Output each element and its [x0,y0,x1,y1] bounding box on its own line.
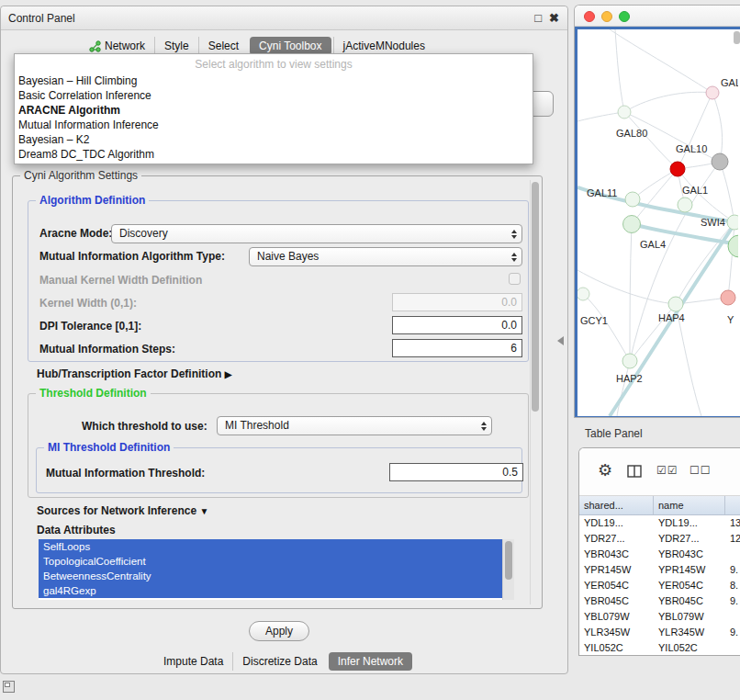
dropdown-item-basic-correlation[interactable]: Basic Correlation Inference [15,88,533,103]
dropdown-item-dream8[interactable]: Dream8 DC_TDC Algorithm [15,147,533,162]
cell[interactable]: 9. [725,593,740,609]
data-attributes-label: Data Attributes [37,524,116,536]
attribute-item-betweennesscentrality[interactable]: BetweennessCentrality [39,569,502,583]
network-window: GAL GAL80 GAL10 GAL11 GAL1 SWI4 GAL4 GCY… [574,5,740,418]
cell[interactable]: YIL052C [654,640,725,656]
hub-definition-toggle[interactable]: Hub/Transcription Factor Definition ▶ [37,367,231,381]
which-threshold-label: Which threshold to use: [82,420,207,433]
attributes-scrollbar[interactable] [502,539,514,600]
cell[interactable]: YBR043C [579,547,654,562]
tab-infer-network[interactable]: Infer Network [329,652,412,671]
network-scrollbar-thumb[interactable] [734,31,740,44]
zoom-traffic-light[interactable] [619,11,630,22]
attribute-item-topologicalcoefficient[interactable]: TopologicalCoefficient [39,554,502,569]
cell[interactable]: 13 [725,515,740,531]
columns-icon[interactable] [627,465,642,478]
cell[interactable]: YDR27... [654,531,725,547]
table-row[interactable]: YDL19... YDL19... 13 [579,515,740,531]
apply-button[interactable]: Apply [249,621,309,641]
sources-toggle[interactable]: Sources for Network Inference ▼ [37,504,208,518]
network-view[interactable]: GAL GAL80 GAL10 GAL11 GAL1 SWI4 GAL4 GCY… [575,27,740,418]
dropdown-item-bayesian-hill-climbing[interactable]: Bayesian – Hill Climbing [15,73,533,88]
tab-jactivemnodules[interactable]: jActiveMNodules [333,37,434,55]
close-traffic-light[interactable] [584,11,595,22]
manual-kernel-checkbox[interactable] [509,273,521,285]
table-row[interactable]: YPR145W YPR145W 9. [579,562,740,578]
column-header-name[interactable]: name [654,496,725,514]
window-title: Control Panel [8,12,75,25]
attribute-item-selfloops[interactable]: SelfLoops [39,539,502,554]
dropdown-item-mutual-information[interactable]: Mutual Information Inference [15,118,533,132]
tab-cyni-toolbox[interactable]: Cyni Toolbox [250,37,331,55]
cell[interactable]: YBR045C [579,593,654,609]
table-row[interactable]: YER054C YER054C 8. [579,578,740,593]
cell[interactable]: YIL052C [579,640,654,656]
cell[interactable] [725,547,740,562]
cell[interactable]: YBR045C [654,593,725,609]
mi-steps-field[interactable]: 6 [392,339,522,357]
cell[interactable] [725,640,740,656]
table-row[interactable]: YIL052C YIL052C [579,640,740,656]
tab-network[interactable]: Network [80,37,154,55]
select-all-icon[interactable]: ☑☑ [656,464,678,477]
cell[interactable]: 8. [725,578,740,593]
manual-kernel-label: Manual Kernel Width Definition [39,274,202,287]
column-header-extra[interactable] [725,496,740,514]
cell[interactable]: YPR145W [654,562,725,578]
tab-network-label: Network [105,40,145,52]
dropdown-item-aracne[interactable]: ARACNE Algorithm [15,103,533,118]
bottom-tabbar: Impute Data Discretize Data Infer Networ… [1,650,567,672]
table-row[interactable]: YBR043C YBR043C [579,547,740,562]
mi-type-combobox[interactable]: Naive Bayes [249,247,522,266]
tab-discretize-data[interactable]: Discretize Data [232,652,326,671]
cell[interactable] [725,609,740,625]
cell[interactable]: 9. [725,562,740,578]
which-threshold-combobox[interactable]: MI Threshold [217,416,492,435]
minimize-traffic-light[interactable] [601,11,612,22]
cell[interactable]: YER054C [579,578,654,593]
cell[interactable]: YDL19... [654,515,725,531]
close-window-button[interactable]: ✖ [549,11,559,25]
network-canvas[interactable]: GAL GAL80 GAL10 GAL11 GAL1 SWI4 GAL4 GCY… [577,29,738,416]
cell[interactable]: YPR145W [579,562,654,578]
node-label: GAL80 [616,128,647,139]
sources-label: Sources for Network Inference [37,504,196,517]
aracne-mode-combobox[interactable]: Discovery [111,224,522,243]
cell[interactable]: 9. [725,625,740,640]
kernel-width-field[interactable]: 0.0 [392,293,522,311]
table-row[interactable]: YDR27... YDR27... 12 [579,531,740,547]
deselect-all-icon[interactable]: ☐☐ [690,464,712,477]
attributes-scrollbar-thumb[interactable] [505,541,512,580]
settings-scrollbar[interactable] [530,180,540,604]
splitter-collapse-icon[interactable] [557,336,564,345]
tab-impute-data[interactable]: Impute Data [154,652,232,671]
which-threshold-value: MI Threshold [225,419,289,432]
cell[interactable]: YDL19... [579,515,654,531]
mi-threshold-field[interactable]: 0.5 [389,463,523,481]
dropdown-item-bayesian-k2[interactable]: Bayesian – K2 [15,132,533,147]
tab-select[interactable]: Select [198,37,248,55]
cell[interactable]: YDR27... [579,531,654,547]
settings-scrollbar-thumb[interactable] [532,182,539,412]
cell[interactable]: YBL079W [579,609,654,625]
tab-style[interactable]: Style [154,37,198,55]
table-row[interactable]: YBL079W YBL079W [579,609,740,625]
table-row[interactable]: YBR045C YBR045C 9. [579,593,740,609]
table-row[interactable]: YLR345W YLR345W 9. [579,625,740,640]
aracne-mode-value: Discovery [119,227,168,240]
cell[interactable]: YLR345W [579,625,654,640]
cell[interactable]: YER054C [654,578,725,593]
network-node [678,198,692,212]
network-window-titlebar [575,6,740,27]
float-window-button[interactable]: □ [534,11,542,25]
restore-panel-icon[interactable] [3,681,15,693]
cell[interactable]: YBR043C [654,547,725,562]
network-node [728,235,738,257]
attribute-item-gal4rgexp[interactable]: gal4RGexp [39,583,502,598]
column-header-shared-name[interactable]: shared... [579,496,654,514]
cell[interactable]: YBL079W [654,609,725,625]
gear-icon[interactable]: ⚙ [598,460,612,480]
dpi-tolerance-field[interactable]: 0.0 [392,316,522,334]
cell[interactable]: 12 [725,531,740,547]
cell[interactable]: YLR345W [654,625,725,640]
